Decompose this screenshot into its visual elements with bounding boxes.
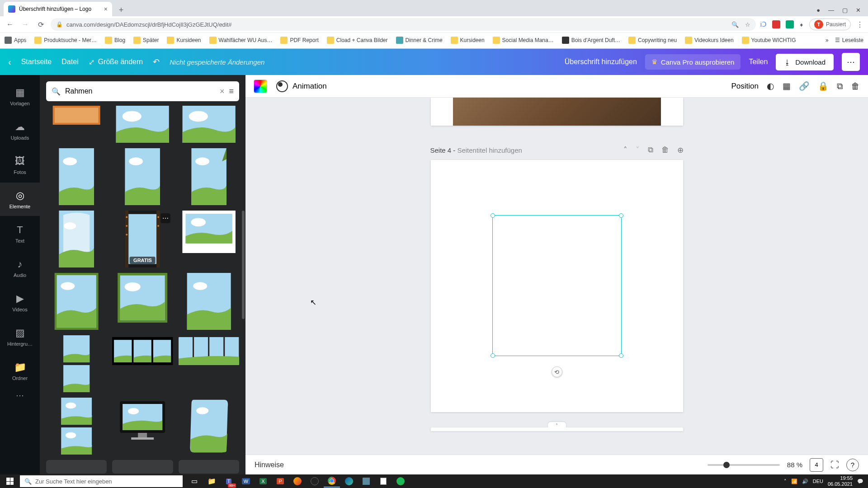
frame-result[interactable]: ⋯ GRATIS bbox=[112, 211, 173, 267]
ext-icon-1[interactable]: iƆ bbox=[760, 20, 767, 28]
frame-result[interactable] bbox=[179, 273, 239, 330]
bookmark-item[interactable]: Cload + Canva Bilder bbox=[327, 37, 388, 44]
resize-handle-bl[interactable] bbox=[491, 353, 495, 358]
bookmark-star-icon[interactable]: ☆ bbox=[745, 21, 750, 28]
reload-icon[interactable]: ⟳ bbox=[35, 19, 46, 30]
lock-icon[interactable]: 🔒 bbox=[818, 81, 829, 91]
language-indicator[interactable]: DEU bbox=[813, 479, 823, 484]
kebab-menu-icon[interactable]: ⋮ bbox=[856, 20, 863, 29]
page-title-input[interactable]: Seitentitel hinzufügen bbox=[457, 146, 522, 154]
frame-result[interactable] bbox=[179, 106, 239, 143]
bookmark-item[interactable]: Kursideen bbox=[451, 37, 485, 44]
ext-icon-3[interactable] bbox=[786, 20, 794, 28]
help-icon[interactable]: ? bbox=[846, 459, 859, 471]
frame-result[interactable] bbox=[112, 273, 173, 323]
color-picker-button[interactable] bbox=[254, 80, 267, 93]
clock[interactable]: 19:55 06.05.2021 bbox=[828, 475, 853, 487]
frame-result[interactable] bbox=[179, 148, 239, 205]
frame-result[interactable] bbox=[46, 398, 107, 455]
frame-result[interactable] bbox=[179, 335, 239, 367]
zoom-slider[interactable] bbox=[708, 464, 780, 466]
frame-result[interactable] bbox=[46, 335, 107, 392]
delete-page-icon[interactable]: 🗑 bbox=[661, 145, 669, 155]
bookmark-item[interactable]: Kursideen bbox=[167, 37, 201, 44]
animation-button[interactable]: Animation bbox=[276, 80, 327, 92]
taskbar-search[interactable]: 🔍 Zur Suche Text hier eingeben bbox=[20, 475, 183, 487]
url-bar[interactable]: 🔒 canva.com/design/DAEdomzscjl/drBfjHdCo… bbox=[51, 18, 756, 31]
bookmark-item[interactable]: Copywriting neu bbox=[628, 37, 677, 44]
page-up-icon[interactable]: ˄ bbox=[623, 145, 627, 155]
position-button[interactable]: Position bbox=[731, 82, 759, 91]
page-down-icon[interactable]: ˅ bbox=[636, 145, 640, 155]
rail-elements[interactable]: ◎Elemente bbox=[0, 183, 40, 216]
tray-chevron-icon[interactable]: ˄ bbox=[784, 479, 787, 484]
page-3-partial[interactable] bbox=[431, 98, 683, 126]
results-grid[interactable]: ⋯ GRATIS bbox=[40, 106, 245, 474]
close-window-icon[interactable]: ✕ bbox=[856, 7, 861, 14]
bookmarks-overflow-icon[interactable]: » bbox=[826, 37, 829, 43]
design-title[interactable]: Überschrift hinzufügen bbox=[565, 58, 637, 66]
undo-icon[interactable]: ↶ bbox=[153, 57, 160, 67]
frame-result[interactable] bbox=[46, 106, 107, 125]
page-peek-handle-icon[interactable]: ˄ bbox=[548, 422, 566, 428]
volume-icon[interactable]: 🔊 bbox=[802, 479, 808, 484]
notes-button[interactable]: Hinweise bbox=[255, 461, 284, 469]
rail-uploads[interactable]: ☁Uploads bbox=[0, 114, 40, 147]
rotate-handle[interactable]: ⟲ bbox=[552, 366, 562, 377]
new-tab-button[interactable]: + bbox=[115, 4, 127, 16]
zoom-percent[interactable]: 88 % bbox=[787, 461, 802, 469]
close-tab-icon[interactable]: × bbox=[104, 5, 108, 13]
app-icon[interactable] bbox=[289, 475, 306, 488]
file-button[interactable]: Datei bbox=[61, 58, 78, 66]
transparency-icon[interactable]: ◐ bbox=[767, 81, 774, 91]
next-page-peek[interactable]: ˄ bbox=[431, 427, 683, 431]
resize-handle-br[interactable] bbox=[619, 353, 623, 358]
more-menu-button[interactable]: ⋯ bbox=[842, 53, 860, 71]
ext-icon-2[interactable] bbox=[772, 20, 780, 28]
powerpoint-icon[interactable]: P bbox=[272, 475, 288, 488]
maximize-icon[interactable]: ▢ bbox=[842, 7, 848, 14]
back-icon[interactable]: ← bbox=[5, 19, 15, 30]
bookmark-item[interactable]: Youtube WICHTIG bbox=[742, 37, 796, 44]
task-view-icon[interactable]: ▭ bbox=[186, 475, 203, 488]
search-box[interactable]: 🔍 × ≡ bbox=[46, 81, 239, 101]
minimize-icon[interactable]: — bbox=[828, 7, 834, 14]
rail-text[interactable]: TText bbox=[0, 217, 40, 250]
frame-result[interactable] bbox=[179, 398, 239, 455]
page-4-canvas[interactable]: ⟲ bbox=[431, 160, 683, 412]
frame-result[interactable] bbox=[112, 148, 173, 205]
profile-button[interactable]: T Pausiert bbox=[809, 19, 851, 30]
clear-search-icon[interactable]: × bbox=[220, 87, 225, 96]
frame-result[interactable] bbox=[46, 273, 107, 330]
notepad-icon[interactable] bbox=[375, 475, 392, 488]
frame-result[interactable] bbox=[46, 211, 107, 267]
frame-result[interactable] bbox=[46, 148, 107, 205]
app-icon-2[interactable] bbox=[358, 475, 374, 488]
back-arrow-icon[interactable]: ‹ bbox=[8, 57, 11, 67]
page-grid-button[interactable]: 4 bbox=[810, 458, 823, 472]
frame-result[interactable] bbox=[112, 398, 173, 443]
rail-more-icon[interactable]: ⋯ bbox=[16, 390, 24, 400]
resize-button[interactable]: ⤢ Größe ändern bbox=[89, 58, 143, 66]
profile-dot-icon[interactable]: ● bbox=[816, 7, 820, 14]
fullscreen-icon[interactable]: ⛶ bbox=[830, 460, 839, 470]
teams-icon[interactable]: T99+ bbox=[221, 475, 237, 488]
try-pro-button[interactable]: ♛ Canva Pro ausprobieren bbox=[645, 54, 741, 70]
bookmark-item[interactable]: PDF Report bbox=[280, 37, 318, 44]
trash-icon[interactable]: 🗑 bbox=[851, 81, 860, 91]
rail-videos[interactable]: ▶Videos bbox=[0, 286, 40, 319]
rail-templates[interactable]: ▦Vorlagen bbox=[0, 80, 40, 113]
rail-folder[interactable]: 📁Ordner bbox=[0, 354, 40, 388]
bookmark-apps[interactable]: Apps bbox=[5, 37, 26, 44]
duplicate-icon[interactable]: ⧉ bbox=[837, 81, 843, 91]
resize-handle-tl[interactable] bbox=[491, 213, 495, 218]
wifi-icon[interactable]: 📶 bbox=[791, 479, 797, 484]
forward-icon[interactable]: → bbox=[20, 19, 31, 30]
selected-frame-element[interactable]: ⟲ bbox=[492, 215, 622, 356]
rail-audio[interactable]: ♪Audio bbox=[0, 251, 40, 285]
excel-icon[interactable]: X bbox=[255, 475, 271, 488]
bookmark-item[interactable]: Bois d'Argent Duft… bbox=[562, 37, 620, 44]
bookmark-item[interactable]: Produktsuche - Mer… bbox=[34, 37, 97, 44]
filter-icon[interactable]: ≡ bbox=[229, 87, 234, 96]
add-page-icon[interactable]: ⊕ bbox=[677, 145, 684, 155]
